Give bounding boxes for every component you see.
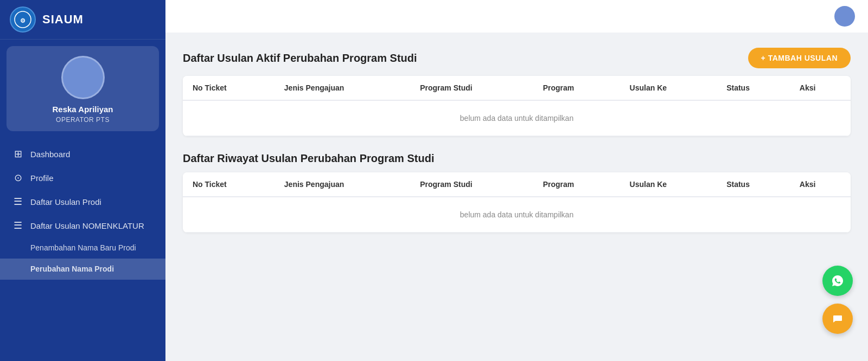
list2-icon: ☰ [12,220,24,231]
user-card: Reska Apriliyan OPERATOR PTS [7,46,159,131]
sidebar-item-dashboard[interactable]: ⊞ Dashboard [0,142,165,166]
col-no-ticket: No Ticket [183,76,275,100]
sub-item-label: Perubahan Nama Prodi [30,265,114,273]
col-program-studi: Program Studi [410,76,533,100]
col-aksi: Aksi [790,76,851,100]
sidebar-sub-item-penambahan-nama-baru-prodi[interactable]: Penambahan Nama Baru Prodi [0,237,165,259]
sidebar-sub-item-perubahan-nama-prodi[interactable]: Perubahan Nama Prodi [0,259,165,280]
sidebar-header: ⚙ SIAUM [0,0,165,40]
sub-item-label: Penambahan Nama Baru Prodi [30,243,136,252]
user-role: OPERATOR PTS [56,116,110,124]
logo-circle: ⚙ [10,7,36,33]
svg-text:⚙: ⚙ [20,17,25,24]
sidebar-item-daftar-usulan-prodi[interactable]: ☰ Daftar Usulan Prodi [0,190,165,214]
hist-col-usulan-ke: Usulan Ke [620,172,717,197]
col-usulan-ke: Usulan Ke [620,76,717,100]
hist-col-program: Program [533,172,620,197]
active-empty-message: belum ada data untuk ditampilkan [183,100,851,136]
sidebar-item-label: Daftar Usulan Prodi [30,197,101,207]
hist-col-aksi: Aksi [790,172,851,197]
sidebar-item-daftar-usulan-nomenklatur[interactable]: ☰ Daftar Usulan NOMENKLATUR [0,214,165,237]
active-table-empty-row: belum ada data untuk ditampilkan [183,100,851,136]
sidebar-item-label: Dashboard [30,150,70,159]
col-status: Status [717,76,790,100]
profile-icon: ⊙ [12,172,24,184]
hist-col-program-studi: Program Studi [410,172,533,197]
hist-col-no-ticket: No Ticket [183,172,275,197]
active-table: No Ticket Jenis Pengajuan Program Studi … [183,76,851,136]
history-section-title: Daftar Riwayat Usulan Perubahan Program … [183,152,434,165]
hist-col-status: Status [717,172,790,197]
user-name: Reska Apriliyan [53,105,113,114]
page-body: Daftar Usulan Aktif Perubahan Program St… [165,33,868,361]
sidebar-item-label: Daftar Usulan NOMENKLATUR [30,221,144,230]
history-section-header: Daftar Riwayat Usulan Perubahan Program … [183,152,851,165]
list-icon: ☰ [12,196,24,208]
avatar [61,56,105,99]
history-table-card: No Ticket Jenis Pengajuan Program Studi … [183,172,851,233]
col-jenis-pengajuan: Jenis Pengajuan [275,76,410,100]
topbar [165,0,868,33]
topbar-avatar[interactable] [834,6,855,27]
main-content: Daftar Usulan Aktif Perubahan Program St… [165,0,868,361]
active-section-header: Daftar Usulan Aktif Perubahan Program St… [183,48,851,68]
dashboard-icon: ⊞ [12,148,24,160]
tambah-usulan-button[interactable]: + TAMBAH USULAN [748,48,851,68]
active-section-title: Daftar Usulan Aktif Perubahan Program St… [183,52,417,65]
history-table-empty-row: belum ada data untuk ditampilkan [183,197,851,233]
logo-text: SIAUM [42,12,84,27]
sidebar-item-profile[interactable]: ⊙ Profile [0,166,165,190]
history-table: No Ticket Jenis Pengajuan Program Studi … [183,172,851,233]
active-table-card: No Ticket Jenis Pengajuan Program Studi … [183,76,851,136]
history-empty-message: belum ada data untuk ditampilkan [183,197,851,233]
sidebar: ⚙ SIAUM Reska Apriliyan OPERATOR PTS ⊞ D… [0,0,165,361]
hist-col-jenis-pengajuan: Jenis Pengajuan [275,172,410,197]
sidebar-item-label: Profile [30,173,54,183]
chat-float-button[interactable] [822,304,853,334]
col-program: Program [533,76,620,100]
whatsapp-float-button[interactable] [822,266,853,296]
history-table-header-row: No Ticket Jenis Pengajuan Program Studi … [183,172,851,197]
active-table-header-row: No Ticket Jenis Pengajuan Program Studi … [183,76,851,100]
nav-menu: ⊞ Dashboard ⊙ Profile ☰ Daftar Usulan Pr… [0,138,165,361]
